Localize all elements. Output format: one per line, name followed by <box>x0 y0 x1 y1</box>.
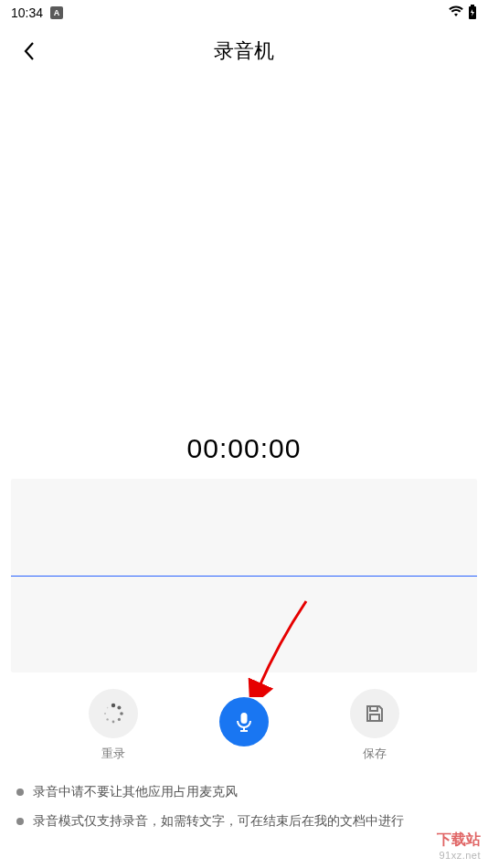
svg-rect-13 <box>370 706 377 711</box>
app-header: 录音机 <box>0 26 488 77</box>
status-left: 10:34 A <box>11 5 63 20</box>
svg-point-9 <box>106 707 108 709</box>
tip-item: 录音中请不要让其他应用占用麦克风 <box>16 784 472 800</box>
svg-point-8 <box>104 713 106 715</box>
page-title: 录音机 <box>15 37 473 65</box>
save-button[interactable]: 保存 <box>350 689 399 762</box>
status-right <box>448 5 477 22</box>
record-icon-circle <box>219 697 269 746</box>
tip-item: 录音模式仅支持录音，如需转文字，可在结束后在我的文档中进行 <box>16 813 472 830</box>
content-area: 00:00:00 重录 <box>0 433 488 830</box>
svg-point-3 <box>117 706 121 710</box>
tips-section: 录音中请不要让其他应用占用麦克风 录音模式仅支持录音，如需转文字，可在结束后在我… <box>11 784 477 830</box>
back-button[interactable] <box>15 37 44 66</box>
status-time: 10:34 <box>11 5 43 20</box>
svg-rect-10 <box>240 713 247 724</box>
svg-rect-14 <box>370 715 379 721</box>
save-icon-circle <box>350 689 399 738</box>
wifi-icon <box>448 5 464 21</box>
svg-point-7 <box>106 718 108 720</box>
watermark: 下载站 91xz.net <box>437 831 481 861</box>
save-icon <box>364 703 386 725</box>
battery-icon <box>468 5 477 22</box>
controls-row: 重录 保存 <box>11 689 477 762</box>
record-button[interactable] <box>219 697 269 754</box>
svg-point-6 <box>111 721 114 724</box>
svg-rect-0 <box>471 5 474 6</box>
bullet-icon <box>16 818 24 825</box>
tip-text: 录音中请不要让其他应用占用麦克风 <box>33 784 238 800</box>
microphone-icon <box>232 710 256 734</box>
svg-point-5 <box>117 718 120 721</box>
timer-display: 00:00:00 <box>11 433 477 464</box>
svg-point-4 <box>120 712 123 715</box>
status-bar: 10:34 A <box>0 0 488 26</box>
status-icon-a: A <box>50 6 63 19</box>
waveform-baseline <box>11 576 477 577</box>
loading-dots-icon <box>101 701 126 726</box>
save-label: 保存 <box>363 746 387 762</box>
svg-point-2 <box>111 704 114 707</box>
bullet-icon <box>16 789 24 796</box>
watermark-line2: 91xz.net <box>437 850 481 861</box>
tip-text: 录音模式仅支持录音，如需转文字，可在结束后在我的文档中进行 <box>33 813 404 830</box>
rerecord-button[interactable]: 重录 <box>89 689 138 762</box>
waveform-area <box>11 479 477 672</box>
rerecord-icon-circle <box>89 689 138 738</box>
watermark-line1: 下载站 <box>437 831 481 850</box>
rerecord-label: 重录 <box>101 746 125 762</box>
